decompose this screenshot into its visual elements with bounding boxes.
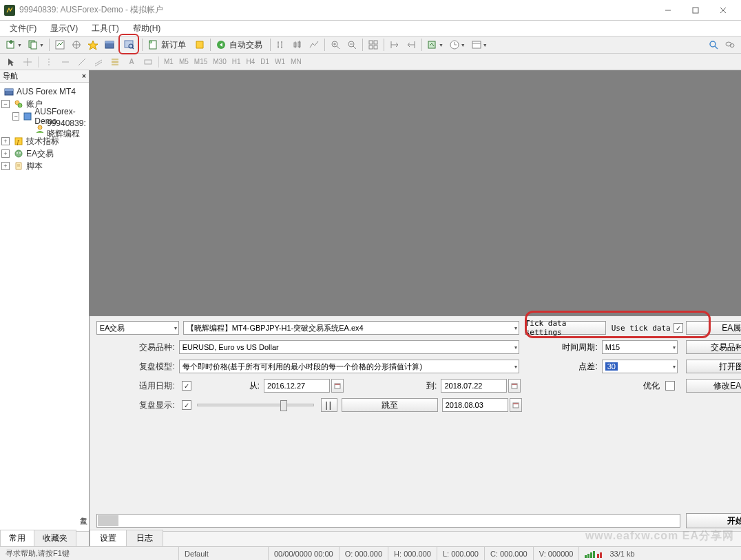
zoom-in-icon[interactable] [328, 37, 343, 52]
close-button[interactable] [709, 0, 737, 21]
community-icon[interactable] [722, 37, 738, 52]
to-date-input[interactable]: 2018.07.22 [441, 379, 507, 393]
navigator-icon[interactable] [85, 37, 101, 52]
svg-point-64 [15, 150, 22, 157]
skip-to-button[interactable]: 跳至 [342, 398, 438, 412]
tile-windows-icon[interactable] [366, 37, 381, 52]
horizontal-line-icon[interactable] [58, 55, 73, 69]
menu-file[interactable]: 文件(F) [3, 21, 43, 36]
visual-checkbox[interactable]: ✓ [182, 400, 191, 410]
use-tick-data-checkbox[interactable]: ✓ [674, 323, 683, 333]
tree-scripts[interactable]: + 脚本 [1, 160, 87, 172]
spread-select[interactable]: 30▾ [602, 360, 678, 373]
tree-ea[interactable]: + EA交易 [1, 147, 87, 160]
modify-ea-button[interactable]: 修改EA交易 [686, 379, 741, 393]
profiles-icon[interactable]: ▼ [25, 37, 46, 52]
tree-login[interactable]: 99940839: 晓辉编程 [1, 123, 87, 135]
vertical-line-icon[interactable] [41, 55, 56, 69]
new-order-button[interactable]: 新订单 [145, 37, 191, 52]
cursor-icon[interactable] [3, 55, 19, 69]
svg-rect-76 [587, 554, 589, 558]
metaeditor-icon[interactable] [192, 37, 207, 52]
use-date-checkbox[interactable]: ✓ [182, 381, 191, 391]
indicators-list-icon[interactable]: ▼ [425, 37, 446, 52]
minimize-button[interactable] [654, 0, 682, 21]
model-label: 复盘模型: [96, 361, 179, 373]
timeframe-m15[interactable]: M15 [191, 58, 210, 65]
collapse-icon[interactable]: − [12, 112, 19, 121]
skip-date-input[interactable]: 2018.08.03 [442, 398, 508, 412]
expand-icon[interactable]: + [1, 149, 10, 158]
candle-chart-icon[interactable] [290, 37, 305, 52]
nav-tab-common[interactable]: 常用 [0, 530, 34, 546]
svg-line-50 [95, 62, 102, 66]
chart-shift-icon[interactable] [404, 37, 419, 52]
tree-root[interactable]: AUS Forex MT4 [1, 85, 87, 98]
expand-icon[interactable]: + [1, 162, 10, 170]
auto-trading-button[interactable]: 自动交易 [213, 37, 267, 52]
line-chart-icon[interactable] [306, 37, 322, 52]
svg-line-49 [95, 60, 102, 64]
auto-scroll-icon[interactable] [387, 37, 402, 52]
periodicity-icon[interactable]: ▼ [447, 37, 468, 52]
svg-rect-57 [5, 89, 13, 91]
tester-type-select[interactable]: EA交易▾ [96, 321, 179, 335]
maximize-button[interactable] [682, 0, 709, 21]
fibonacci-icon[interactable] [107, 55, 123, 69]
timeframe-w1[interactable]: W1 [272, 58, 288, 65]
trendline-icon[interactable] [74, 55, 90, 69]
collapse-icon[interactable]: − [1, 100, 10, 108]
svg-rect-55 [145, 60, 152, 64]
navigator-tree: AUS Forex MT4 − 账户 − AUSForex-Demo 99940… [0, 83, 89, 531]
timeframe-h4[interactable]: H4 [244, 58, 258, 65]
titlebar: 99940839: AUSForex-Demo - 模拟帐户 [0, 0, 741, 21]
svg-point-59 [18, 103, 22, 107]
channel-icon[interactable] [91, 55, 106, 69]
ea-properties-button[interactable]: EA属性 [686, 321, 741, 335]
svg-rect-79 [597, 554, 599, 558]
terminal-icon[interactable] [102, 37, 117, 52]
text-icon[interactable]: A [124, 55, 139, 69]
model-select[interactable]: 每个即时价格(基于所有可利用的最小时段的每一个价格的分形插值计算)▾ [179, 360, 519, 373]
symbol-select[interactable]: EURUSD, Euro vs US Dollar▾ [179, 340, 519, 354]
to-date-picker-icon[interactable] [508, 379, 521, 393]
market-watch-icon[interactable] [52, 37, 67, 52]
svg-rect-1 [693, 8, 698, 13]
from-date-picker-icon[interactable] [331, 379, 344, 393]
ea-file-select[interactable]: 【晓辉编程】MT4-GBPJPY-H1-突破交易系统EA.ex4▾ [183, 321, 519, 335]
symbol-properties-button[interactable]: 交易品种属性 [686, 340, 741, 354]
skip-date-picker-icon[interactable] [510, 398, 522, 412]
new-chart-icon[interactable]: ▼ [3, 37, 24, 52]
timeframe-m1[interactable]: M1 [161, 58, 176, 65]
navigator-close-icon[interactable]: × [82, 72, 86, 80]
timeframe-m30[interactable]: M30 [210, 58, 229, 65]
crosshair-icon[interactable] [20, 55, 35, 69]
optimize-label: 优化 [643, 380, 662, 392]
pause-button[interactable]: || [321, 398, 337, 412]
timeframe-m5[interactable]: M5 [176, 58, 191, 65]
templates-icon[interactable]: ▼ [469, 37, 490, 52]
text-label-icon[interactable] [140, 55, 156, 69]
strategy-tester-icon[interactable] [118, 34, 139, 54]
timeframe-h1[interactable]: H1 [229, 58, 244, 65]
timeframe-d1[interactable]: D1 [258, 58, 272, 65]
start-button[interactable]: 开始 [686, 513, 741, 528]
tester-tab-settings[interactable]: 设置 [90, 530, 127, 546]
menu-view[interactable]: 显示(V) [43, 21, 85, 36]
period-select[interactable]: M15▾ [602, 340, 678, 354]
menu-tools[interactable]: 工具(T) [85, 21, 125, 36]
tester-tab-journal[interactable]: 日志 [126, 530, 163, 546]
nav-tab-favorites[interactable]: 收藏夹 [34, 530, 76, 546]
tick-data-settings-button[interactable]: Tick data settings [525, 321, 606, 335]
progress-bar[interactable] [96, 514, 680, 528]
data-window-icon[interactable] [69, 37, 84, 52]
open-chart-button[interactable]: 打开图表 [686, 360, 741, 373]
zoom-out-icon[interactable] [344, 37, 359, 52]
speed-slider[interactable] [197, 404, 314, 406]
from-date-input[interactable]: 2016.12.27 [264, 379, 330, 393]
bar-chart-icon[interactable] [273, 37, 289, 52]
search-icon[interactable] [706, 37, 721, 52]
optimize-checkbox[interactable] [665, 381, 675, 391]
expand-icon[interactable]: + [1, 137, 10, 145]
timeframe-mn[interactable]: MN [288, 58, 304, 65]
